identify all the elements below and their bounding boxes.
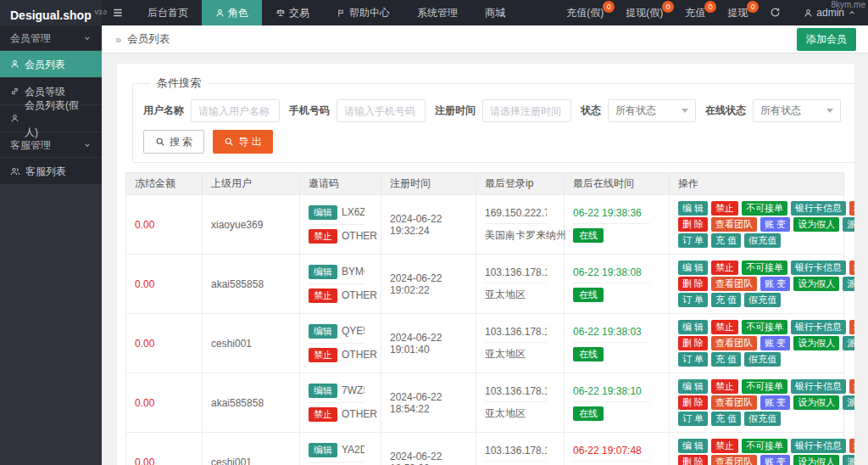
- ban-invite-button[interactable]: 禁止: [309, 229, 337, 244]
- sidebar-item-member-list[interactable]: 会员列表: [0, 51, 102, 78]
- top-item-withdraw-fake[interactable]: 提现(假)0: [615, 0, 674, 25]
- action-view-team-button[interactable]: 查看团队: [711, 395, 757, 410]
- action-delete-button[interactable]: 删 除: [678, 455, 708, 465]
- parent-user: ceshi001: [211, 457, 252, 465]
- edit-invite-button[interactable]: 编辑: [309, 265, 337, 279]
- search-button[interactable]: 搜 索: [143, 130, 204, 154]
- nav-item-dashboard[interactable]: 后台首页: [134, 0, 202, 25]
- action-fake-recharge-button[interactable]: 假充值: [744, 233, 781, 248]
- action-ban-button[interactable]: 禁止: [711, 261, 738, 275]
- action-edit-button[interactable]: 编 辑: [678, 201, 708, 216]
- action-view-team-button[interactable]: 查看团队: [711, 455, 757, 465]
- top-item-withdraw[interactable]: 提现0: [716, 0, 759, 25]
- action-recharge-button[interactable]: 充 值: [711, 233, 741, 248]
- table-row: 0.00 ceshi001 编辑QYE5N3 禁止OTHER 2024-06-2…: [126, 314, 844, 373]
- action-account-change-button[interactable]: 账 变: [760, 395, 790, 410]
- action-account-change-button[interactable]: 账 变: [760, 455, 790, 465]
- sidebar-item-member-list-fake[interactable]: 会员列表(假人): [0, 105, 102, 132]
- action-view-team-button[interactable]: 查看团队: [711, 336, 757, 350]
- online-status-select[interactable]: 所有状态: [753, 99, 841, 122]
- chevron-down-icon: [83, 34, 92, 42]
- action-orders-button[interactable]: 订 单: [678, 412, 708, 426]
- menu-toggle-icon[interactable]: [102, 0, 134, 25]
- action-set-fake-button[interactable]: 设为假人: [793, 395, 839, 410]
- action-set-fake-button[interactable]: 设为假人: [793, 217, 839, 232]
- sidebar-item-label: 会员列表: [25, 51, 65, 78]
- action-fake-recharge-button[interactable]: 假充值: [744, 352, 781, 367]
- action-address-info-button[interactable]: 地址信息: [849, 320, 854, 334]
- nav-item-roles[interactable]: 角色: [202, 0, 262, 25]
- action-set-fake-button[interactable]: 设为假人: [793, 455, 839, 465]
- action-edit-button[interactable]: 编 辑: [678, 379, 708, 394]
- nav-item-help-center[interactable]: 帮助中心: [323, 0, 403, 25]
- action-recharge-button[interactable]: 充 值: [711, 293, 741, 307]
- action-no-order-button[interactable]: 不可接单: [742, 201, 787, 216]
- register-time-input[interactable]: [482, 99, 571, 122]
- action-account-change-button[interactable]: 账 变: [760, 336, 790, 350]
- action-ban-button[interactable]: 禁止: [711, 439, 738, 453]
- action-address-info-button[interactable]: 地址信息: [849, 201, 854, 216]
- action-dispatch-button[interactable]: 派 单: [843, 277, 854, 291]
- sidebar-item-service-list[interactable]: 客服列表: [0, 158, 102, 185]
- action-bank-info-button[interactable]: 银行卡信息: [791, 439, 846, 453]
- refresh-icon[interactable]: [759, 0, 792, 25]
- phone-input[interactable]: [337, 99, 426, 122]
- edit-invite-button[interactable]: 编辑: [309, 443, 337, 457]
- action-orders-button[interactable]: 订 单: [678, 233, 708, 248]
- action-account-change-button[interactable]: 账 变: [760, 217, 790, 232]
- action-address-info-button[interactable]: 地址信息: [849, 439, 854, 453]
- action-edit-button[interactable]: 编 辑: [678, 320, 708, 334]
- action-set-fake-button[interactable]: 设为假人: [793, 277, 839, 291]
- action-fake-recharge-button[interactable]: 假充值: [744, 293, 781, 307]
- action-dispatch-button[interactable]: 派 单: [843, 336, 854, 350]
- action-address-info-button[interactable]: 地址信息: [849, 261, 854, 275]
- action-edit-button[interactable]: 编 辑: [678, 261, 708, 275]
- action-delete-button[interactable]: 删 除: [678, 336, 708, 350]
- edit-invite-button[interactable]: 编辑: [309, 205, 337, 220]
- action-delete-button[interactable]: 删 除: [678, 217, 708, 232]
- action-bank-info-button[interactable]: 银行卡信息: [791, 379, 846, 394]
- action-recharge-button[interactable]: 充 值: [711, 412, 741, 426]
- action-account-change-button[interactable]: 账 变: [760, 277, 790, 291]
- action-no-order-button[interactable]: 不可接单: [742, 261, 787, 275]
- action-orders-button[interactable]: 订 单: [678, 352, 708, 367]
- nav-item-mall[interactable]: 商城: [471, 0, 519, 25]
- action-address-info-button[interactable]: 地址信息: [849, 379, 854, 394]
- action-dispatch-button[interactable]: 派 单: [843, 455, 854, 465]
- action-ban-button[interactable]: 禁止: [711, 320, 738, 334]
- username-input[interactable]: [191, 99, 280, 122]
- action-set-fake-button[interactable]: 设为假人: [793, 336, 839, 350]
- nav-item-trade[interactable]: 交易: [262, 0, 323, 25]
- action-fake-recharge-button[interactable]: 假充值: [744, 412, 781, 426]
- top-item-recharge-fake[interactable]: 充值(假)0: [555, 0, 615, 25]
- nav-item-system[interactable]: 系统管理: [403, 0, 471, 25]
- action-view-team-button[interactable]: 查看团队: [711, 277, 757, 291]
- invite-source-line: 禁止OTHER: [309, 344, 372, 362]
- action-bank-info-button[interactable]: 银行卡信息: [791, 201, 846, 216]
- action-orders-button[interactable]: 订 单: [678, 293, 708, 307]
- ban-invite-button[interactable]: 禁止: [309, 348, 337, 362]
- action-bank-info-button[interactable]: 银行卡信息: [791, 320, 846, 334]
- edit-invite-button[interactable]: 编辑: [309, 384, 337, 398]
- export-button[interactable]: 导 出: [213, 130, 272, 154]
- action-dispatch-button[interactable]: 派 单: [843, 217, 854, 232]
- edit-invite-button[interactable]: 编辑: [309, 324, 337, 339]
- action-no-order-button[interactable]: 不可接单: [742, 320, 787, 334]
- action-recharge-button[interactable]: 充 值: [711, 352, 741, 367]
- action-dispatch-button[interactable]: 派 单: [843, 395, 854, 410]
- action-ban-button[interactable]: 禁止: [711, 201, 738, 216]
- top-item-recharge[interactable]: 充值0: [674, 0, 716, 25]
- action-bank-info-button[interactable]: 银行卡信息: [791, 261, 846, 275]
- ban-invite-button[interactable]: 禁止: [309, 289, 337, 303]
- sidebar-group-member-management[interactable]: 会员管理: [0, 25, 102, 51]
- action-ban-button[interactable]: 禁止: [711, 379, 738, 394]
- ban-invite-button[interactable]: 禁止: [309, 407, 337, 422]
- action-delete-button[interactable]: 删 除: [678, 395, 708, 410]
- action-no-order-button[interactable]: 不可接单: [742, 439, 787, 453]
- action-delete-button[interactable]: 删 除: [678, 277, 708, 291]
- status-select[interactable]: 所有状态: [608, 99, 696, 122]
- action-view-team-button[interactable]: 查看团队: [711, 217, 757, 232]
- action-no-order-button[interactable]: 不可接单: [742, 379, 787, 394]
- add-member-button[interactable]: 添加会员: [797, 28, 856, 51]
- action-edit-button[interactable]: 编 辑: [678, 439, 708, 453]
